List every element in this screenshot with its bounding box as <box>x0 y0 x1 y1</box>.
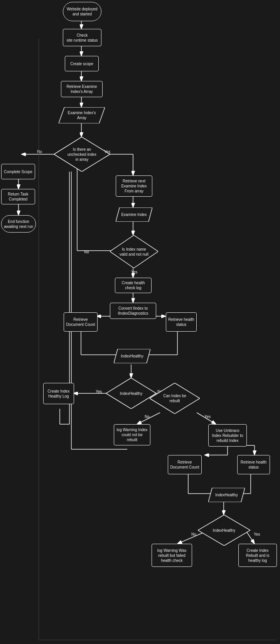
complete-scope-node: Complete Scope <box>1 164 35 179</box>
no-label-4: No <box>191 532 196 536</box>
is-unchecked-diamond: Is there an unchecked index in array <box>54 137 110 172</box>
flowchart-diagram: Website deployed and started Check site … <box>0 0 280 644</box>
create-health-check-node: Create health check log <box>115 278 152 293</box>
retrieve-health-1-node: Retrieve health status <box>166 312 197 332</box>
website-deployed-node: Website deployed and started <box>63 2 101 21</box>
yes-label-3: Yes <box>96 389 102 394</box>
end-function-node: End function awaiting next run <box>1 215 36 233</box>
retrieve-doc-count-1-node: Retrieve Document Count <box>64 312 98 332</box>
index-healthy-check-diamond: IndexHealthy <box>106 378 156 409</box>
no-label-2: No <box>84 250 89 254</box>
yes-label-can-rebuilt: Yes <box>204 415 211 419</box>
is-index-name-diamond: Is Index name valid and not null <box>110 235 158 268</box>
examine-index-array-node: Examine Index's Array <box>59 107 105 123</box>
index-healthy-1-node: IndexHealthy <box>114 349 150 363</box>
log-warning-failed-node: log Warning Was rebuilt but failed healt… <box>152 544 192 567</box>
create-index-rebuilt-node: Create Index Rebuilt and is healthy log <box>238 544 277 567</box>
use-umbraco-node: Use Umbraco Index Rebuilder to rebuild I… <box>208 424 247 447</box>
index-healthy-check-2-diamond: IndexHealthy <box>198 515 250 546</box>
create-index-healthy-node: Create Index Healthy Log <box>43 383 74 404</box>
retrieve-health-2-node: Retrieve health status <box>237 455 270 474</box>
return-task-node: Return Task Completed <box>1 189 35 204</box>
yes-label-1: Yes <box>104 150 110 154</box>
left-border <box>39 39 39 640</box>
index-healthy-2-node: IndexHealthy <box>208 488 245 502</box>
retrieve-examine-node: Retrieve Examine Index's Array <box>61 81 103 97</box>
bottom-border <box>39 640 276 640</box>
log-warning-cannot-node: log Warning Index could not be rebuilt <box>114 424 150 445</box>
examine-index-node: Examine Index <box>116 207 152 222</box>
no-label-1: No <box>37 150 42 154</box>
check-site-node: Check site runtime status <box>63 29 101 46</box>
create-scope-node: Create scope <box>65 56 99 71</box>
can-index-rebuilt-diamond: Can Index be rebuilt <box>150 383 200 414</box>
yes-label-2: Yes <box>131 270 137 274</box>
yes-label-4: Yes <box>254 532 260 536</box>
retrieve-doc-count-2-node: Retrieve Document Count <box>168 455 202 474</box>
convert-index-node: Convert IIndex to IIndexDiagnostics <box>110 303 156 319</box>
retrieve-next-node: Retrieve next Examine Index From array <box>116 175 152 197</box>
no-label-can-rebuilt: No <box>145 415 150 419</box>
